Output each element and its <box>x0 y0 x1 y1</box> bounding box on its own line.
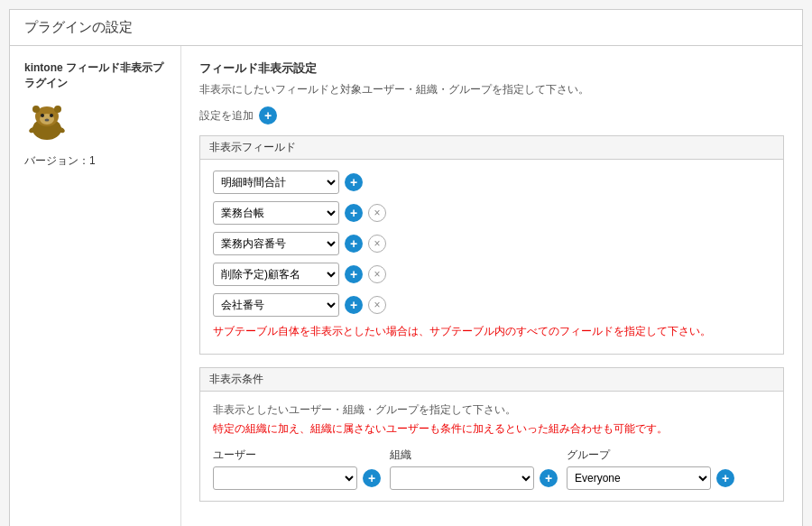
section-title: フィールド非表示設定 <box>199 60 784 77</box>
page-container: プラグインの設定 kintone フィールド非表示プラグイン <box>9 9 803 526</box>
page-body: kintone フィールド非表示プラグイン <box>10 46 802 526</box>
field-select-4[interactable]: 削除予定)顧客名 <box>213 263 339 286</box>
field-select-1[interactable]: 明細時間合計 <box>213 171 339 194</box>
svg-point-5 <box>41 114 44 117</box>
svg-point-3 <box>54 106 61 113</box>
group-label: グループ <box>567 448 734 463</box>
hidden-fields-header: 非表示フィールド <box>200 136 783 160</box>
sidebar: kintone フィールド非表示プラグイン <box>10 46 181 526</box>
field-add-button-3[interactable] <box>345 235 363 253</box>
group-select[interactable]: Everyone <box>567 466 711 490</box>
field-remove-button-4[interactable] <box>368 265 386 283</box>
user-add-button[interactable] <box>363 469 381 487</box>
hidden-fields-title: 非表示フィールド <box>209 141 296 153</box>
field-remove-button-2[interactable] <box>368 204 386 222</box>
add-setting-row: 設定を追加 <box>199 106 784 125</box>
page-title: プラグインの設定 <box>24 19 133 34</box>
group-column: グループ Everyone <box>567 448 734 490</box>
org-column: 組織 <box>390 448 558 490</box>
field-row: 業務内容番号 <box>213 232 770 255</box>
svg-point-6 <box>50 114 53 117</box>
user-row <box>213 466 381 490</box>
org-add-button[interactable] <box>540 469 558 487</box>
field-remove-button-3[interactable] <box>368 235 386 253</box>
org-select[interactable] <box>390 466 534 490</box>
user-select[interactable] <box>213 466 357 490</box>
page-header: プラグインの設定 <box>10 10 802 46</box>
conditions-note: 特定の組織に加え、組織に属さないユーザーも条件に加えるといった組み合わせも可能で… <box>213 421 770 437</box>
field-add-button-4[interactable] <box>345 265 363 283</box>
conditions-header: 非表示条件 <box>200 368 783 392</box>
plugin-name: kintone フィールド非表示プラグイン <box>24 60 166 91</box>
field-row: 業務台帳 <box>213 201 770 225</box>
main-content: フィールド非表示設定 非表示にしたいフィールドと対象ユーザー・組織・グループを指… <box>181 46 802 526</box>
user-column: ユーザー <box>213 448 381 490</box>
svg-point-2 <box>32 106 40 113</box>
field-select-3[interactable]: 業務内容番号 <box>213 232 339 255</box>
field-select-2[interactable]: 業務台帳 <box>213 201 339 225</box>
org-label: 組織 <box>390 448 558 463</box>
hidden-fields-body: 明細時間合計 業務台帳 <box>200 160 783 354</box>
field-row: 会社番号 <box>213 293 770 317</box>
conditions-body: 非表示としたいユーザー・組織・グループを指定して下さい。 特定の組織に加え、組織… <box>200 392 783 501</box>
plugin-version: バージョン：1 <box>24 153 166 169</box>
plugin-icon <box>24 98 69 143</box>
condition-columns: ユーザー 組織 <box>213 448 770 490</box>
field-add-button-5[interactable] <box>345 296 363 314</box>
field-row: 削除予定)顧客名 <box>213 263 770 286</box>
conditions-description: 非表示としたいユーザー・組織・グループを指定して下さい。 <box>213 402 770 418</box>
add-setting-button[interactable] <box>259 106 277 125</box>
field-add-button-2[interactable] <box>345 204 363 222</box>
group-add-button[interactable] <box>716 469 734 487</box>
hidden-fields-section: 非表示フィールド 明細時間合計 業務台帳 <box>199 135 784 355</box>
field-remove-button-5[interactable] <box>368 296 386 314</box>
field-select-5[interactable]: 会社番号 <box>213 293 339 317</box>
section-description: 非表示にしたいフィールドと対象ユーザー・組織・グループを指定して下さい。 <box>199 82 784 97</box>
warning-text: サブテーブル自体を非表示としたい場合は、サブテーブル内のすべてのフィールドを指定… <box>213 324 770 339</box>
add-setting-label: 設定を追加 <box>199 108 254 124</box>
group-row: Everyone <box>567 466 734 490</box>
field-row: 明細時間合計 <box>213 171 770 194</box>
org-row <box>390 466 558 490</box>
field-add-button-1[interactable] <box>345 173 363 191</box>
user-label: ユーザー <box>213 448 381 463</box>
conditions-section: 非表示条件 非表示としたいユーザー・組織・グループを指定して下さい。 特定の組織… <box>199 367 784 502</box>
svg-point-7 <box>45 119 50 122</box>
conditions-title: 非表示条件 <box>209 373 263 385</box>
